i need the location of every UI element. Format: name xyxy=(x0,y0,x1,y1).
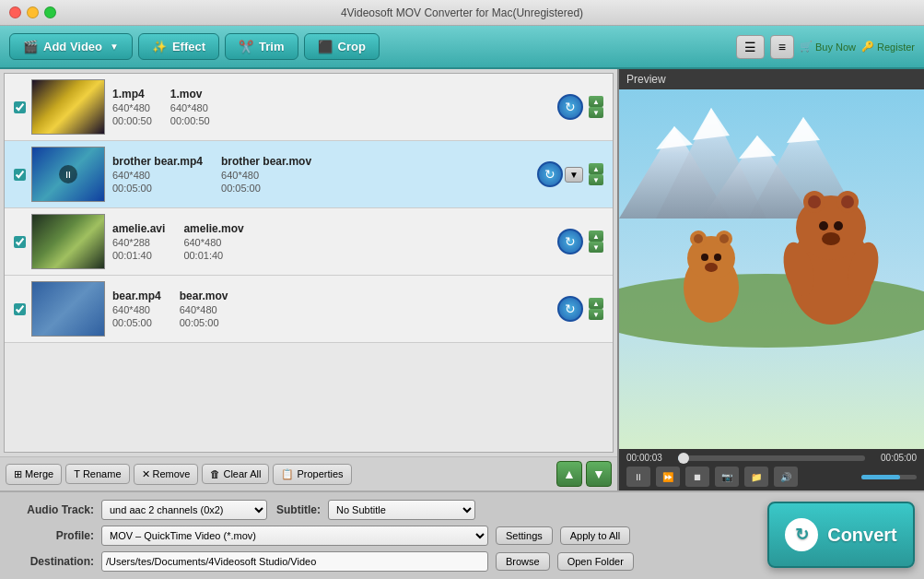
total-time: 00:05:00 xyxy=(871,453,917,463)
table-row: amelie.avi 640*288 00:01:40 amelie.mov 6… xyxy=(5,208,613,276)
move-up-button-3[interactable]: ▲ xyxy=(589,230,603,242)
subtitle-select[interactable]: No Subtitle xyxy=(328,500,475,520)
convert-label: Convert xyxy=(827,525,897,546)
destination-input[interactable] xyxy=(101,551,488,572)
dest-info-4: bear.mov 640*480 00:05:00 xyxy=(180,290,228,328)
source-res-4: 640*480 xyxy=(112,304,161,315)
rename-label: Rename xyxy=(83,468,122,479)
register-label: Register xyxy=(877,41,915,53)
source-info-2: brother bear.mp4 640*480 00:05:00 xyxy=(112,155,203,194)
minimize-button[interactable] xyxy=(27,6,39,18)
rename-button[interactable]: T Rename xyxy=(65,464,129,484)
move-buttons: ▲ ▼ xyxy=(556,461,612,487)
merge-button[interactable]: ⊞ Merge xyxy=(6,464,62,485)
film-icon: 🎬 xyxy=(23,40,38,53)
buy-icon: 🛒 xyxy=(800,41,813,53)
source-dur-4: 00:05:00 xyxy=(112,317,161,328)
progress-bar[interactable] xyxy=(678,455,865,461)
list-view-button[interactable]: ☰ xyxy=(736,35,765,59)
file-thumbnail-3 xyxy=(31,214,105,269)
table-row: bear.mp4 640*480 00:05:00 bear.mov 640*4… xyxy=(5,276,613,343)
bear-scene xyxy=(619,89,924,449)
profile-select[interactable]: MOV – QuickTime Video (*.mov) xyxy=(101,526,488,546)
refresh-button-1[interactable]: ↻ xyxy=(557,94,583,120)
source-dur-1: 00:00:50 xyxy=(112,115,152,126)
preview-video xyxy=(619,89,924,449)
refresh-button-2[interactable]: ↻ xyxy=(537,161,563,187)
register-button[interactable]: 🔑 Register xyxy=(861,41,915,53)
properties-icon: 📋 xyxy=(281,468,294,480)
scroll-indicators-1: ▲ ▼ xyxy=(587,96,605,118)
apply-to-all-button[interactable]: Apply to All xyxy=(560,526,630,545)
stop-button[interactable]: ⏹ xyxy=(685,467,709,487)
move-up-global-button[interactable]: ▲ xyxy=(556,461,582,487)
table-row: 1.mp4 640*480 00:00:50 1.mov 640*480 00:… xyxy=(5,74,613,141)
rename-icon: T xyxy=(74,468,80,479)
source-filename-2: brother bear.mp4 xyxy=(112,155,203,168)
time-progress-bar: 00:00:03 00:05:00 xyxy=(626,453,917,463)
svg-point-29 xyxy=(705,263,718,272)
playback-controls: ⏸ ⏩ ⏹ 📷 📁 🔊 xyxy=(626,467,917,487)
subtitle-label: Subtitle: xyxy=(275,503,321,516)
file-checkbox-1[interactable] xyxy=(14,101,26,113)
step-forward-button[interactable]: ⏩ xyxy=(656,467,680,487)
refresh-button-3[interactable]: ↻ xyxy=(557,229,583,254)
close-button[interactable] xyxy=(9,6,21,18)
maximize-button[interactable] xyxy=(44,6,56,18)
settings-button[interactable]: Settings xyxy=(496,526,553,545)
move-down-button-1[interactable]: ▼ xyxy=(589,107,603,118)
detail-view-button[interactable]: ≡ xyxy=(770,35,794,59)
svg-point-18 xyxy=(822,232,840,245)
file-checkbox-4[interactable] xyxy=(14,303,26,315)
trim-button[interactable]: ✂️ Trim xyxy=(225,33,298,60)
properties-button[interactable]: 📋 Properties xyxy=(273,464,351,485)
move-up-button-4[interactable]: ▲ xyxy=(589,298,603,309)
volume-icon[interactable]: 🔊 xyxy=(774,467,798,487)
pause-button[interactable]: ⏸ xyxy=(626,467,650,487)
effect-button[interactable]: ✨ Effect xyxy=(138,33,219,60)
clear-all-button[interactable]: 🗑 Clear All xyxy=(202,464,269,484)
screenshot-button[interactable]: 📷 xyxy=(715,467,739,487)
remove-button[interactable]: ✕ Remove xyxy=(134,464,199,485)
move-down-button-2[interactable]: ▼ xyxy=(589,174,603,185)
file-checkbox-3[interactable] xyxy=(14,236,26,248)
move-down-button-3[interactable]: ▼ xyxy=(589,242,603,253)
convert-button[interactable]: ↻ Convert xyxy=(767,502,915,568)
volume-bar[interactable] xyxy=(861,475,917,479)
audio-track-select[interactable]: und aac 2 channels (0x2) xyxy=(101,500,267,520)
progress-thumb[interactable] xyxy=(678,453,689,464)
title-bar: 4Videosoft MOV Converter for Mac(Unregis… xyxy=(0,0,924,26)
source-filename-1: 1.mp4 xyxy=(112,88,152,100)
crop-button[interactable]: ⬛ Crop xyxy=(304,33,380,60)
browse-button[interactable]: Browse xyxy=(496,552,550,571)
svg-point-17 xyxy=(834,221,843,230)
move-up-button-1[interactable]: ▲ xyxy=(589,96,603,107)
file-actions-4: ↻ ▲ ▼ xyxy=(557,296,605,322)
open-folder-button[interactable]: Open Folder xyxy=(557,552,634,571)
dest-res-3: 640*480 xyxy=(183,237,243,248)
move-down-button-4[interactable]: ▼ xyxy=(589,309,603,320)
key-icon: 🔑 xyxy=(861,41,874,53)
buy-now-button[interactable]: 🛒 Buy Now xyxy=(800,41,856,53)
crop-label: Crop xyxy=(338,40,366,53)
file-checkbox-2[interactable] xyxy=(14,169,26,181)
convert-icon: ↻ xyxy=(785,518,818,551)
format-dropdown-2[interactable]: ▼ xyxy=(565,167,583,183)
refresh-button-4[interactable]: ↻ xyxy=(557,296,583,322)
volume-fill xyxy=(861,475,900,479)
folder-button[interactable]: 📁 xyxy=(744,467,768,487)
source-info-4: bear.mp4 640*480 00:05:00 xyxy=(112,290,161,328)
file-info-4: bear.mp4 640*480 00:05:00 bear.mov 640*4… xyxy=(112,290,557,328)
file-actions-2: ↻ ▼ ▲ ▼ xyxy=(537,161,605,187)
move-up-button-2[interactable]: ▲ xyxy=(589,163,603,174)
add-video-button[interactable]: 🎬 Add Video ▼ xyxy=(9,33,133,60)
current-time: 00:00:03 xyxy=(626,453,673,463)
pause-overlay-2: ⏸ xyxy=(59,165,77,183)
window-controls[interactable] xyxy=(9,6,56,18)
audio-track-label: Audio Track: xyxy=(11,503,94,516)
source-info-3: amelie.avi 640*288 00:01:40 xyxy=(112,222,165,261)
file-thumbnail-1 xyxy=(31,79,105,135)
toolbar: 🎬 Add Video ▼ ✨ Effect ✂️ Trim ⬛ Crop ☰ … xyxy=(0,26,924,69)
move-down-global-button[interactable]: ▼ xyxy=(586,461,612,487)
source-res-2: 640*480 xyxy=(112,170,203,181)
